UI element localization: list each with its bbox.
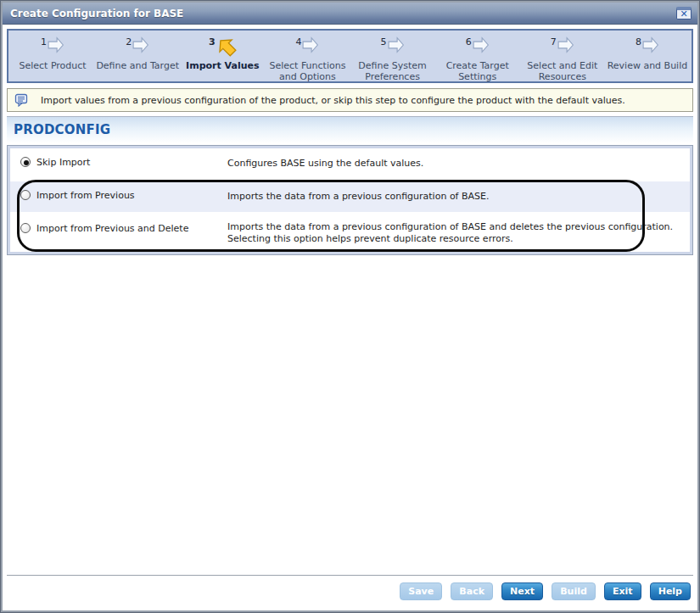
- arrow-right-icon: [642, 36, 659, 53]
- step-label: Define and Target: [95, 60, 180, 71]
- step-icon: 3: [180, 36, 265, 59]
- option-label-cell: Import from Previous and Delete: [20, 221, 227, 245]
- option-rows: Skip Import Configures BASE using the de…: [10, 148, 690, 252]
- option-description: Imports the data from a previous configu…: [227, 221, 683, 245]
- step-4-select-functions-and-options[interactable]: 4 Select Functions and Options: [265, 36, 350, 74]
- step-6-create-target-settings[interactable]: 6 Create Target Settings: [435, 36, 520, 74]
- option-description-text: Configures BASE using the default values…: [227, 158, 423, 170]
- step-label: Select Product: [10, 60, 95, 71]
- option-row-import-from-previous: Import from Previous Imports the data fr…: [10, 181, 690, 212]
- exit-button[interactable]: Exit: [604, 582, 641, 600]
- step-label: Select and Edit Resources: [520, 60, 605, 82]
- title-bar: Create Configuration for BASE ✕: [3, 3, 697, 25]
- step-icon: 6: [435, 36, 520, 59]
- window-title: Create Configuration for BASE: [10, 8, 183, 20]
- step-label: Define System Preferences: [350, 60, 435, 82]
- arrow-right-icon: [132, 36, 149, 53]
- next-button[interactable]: Next: [501, 582, 543, 600]
- radio-import-from-previous[interactable]: [20, 190, 31, 200]
- info-message-text: Import values from a previous configurat…: [41, 95, 625, 106]
- option-label-cell: Import from Previous: [20, 188, 227, 205]
- arrow-right-icon: [48, 36, 64, 53]
- step-3-import-values-current[interactable]: 3 Import Values: [180, 36, 265, 74]
- content-area: 1 Select Product 2 Define and Target 3 I…: [3, 25, 697, 610]
- option-label-cell: Skip Import: [20, 155, 227, 172]
- arrow-right-icon: [473, 36, 490, 53]
- arrow-right-icon: [557, 36, 574, 53]
- option-label[interactable]: Skip Import: [36, 157, 90, 168]
- step-number: 4: [295, 36, 301, 47]
- build-button[interactable]: Build: [552, 582, 596, 600]
- step-7-select-and-edit-resources[interactable]: 7 Select and Edit Resources: [520, 36, 605, 74]
- option-description: Imports the data from a previous configu…: [227, 188, 683, 205]
- section-title: PRODCONFIG: [14, 122, 110, 137]
- step-8-review-and-build[interactable]: 8 Review and Build: [605, 36, 690, 74]
- step-number: 2: [126, 36, 132, 47]
- message-bubble-icon: [14, 93, 29, 107]
- step-icon: 4: [265, 36, 350, 59]
- section-header: PRODCONFIG: [7, 116, 693, 143]
- close-icon[interactable]: ✕: [676, 7, 692, 20]
- back-button[interactable]: Back: [451, 582, 493, 600]
- option-label[interactable]: Import from Previous and Delete: [36, 223, 188, 234]
- step-label: Create Target Settings: [435, 60, 520, 82]
- step-icon: 8: [605, 36, 690, 59]
- step-label: Review and Build: [605, 60, 690, 71]
- import-options-panel: Skip Import Configures BASE using the de…: [7, 145, 693, 255]
- option-description-text: Imports the data from a previous configu…: [227, 221, 683, 245]
- save-button[interactable]: Save: [400, 582, 442, 600]
- step-1-select-product[interactable]: 1 Select Product: [10, 36, 95, 74]
- dialog-window: Create Configuration for BASE ✕ 1 Select…: [0, 0, 700, 613]
- step-number: 7: [551, 36, 557, 47]
- help-button[interactable]: Help: [650, 582, 691, 600]
- step-label: Import Values: [180, 60, 265, 71]
- arrow-right-icon: [302, 36, 319, 53]
- option-description: Configures BASE using the default values…: [227, 155, 683, 172]
- option-row-import-from-previous-and-delete: Import from Previous and Delete Imports …: [10, 215, 690, 252]
- radio-skip-import[interactable]: [20, 157, 31, 167]
- step-icon: 1: [10, 36, 95, 59]
- option-row-skip-import: Skip Import Configures BASE using the de…: [10, 148, 690, 179]
- step-number: 1: [41, 36, 47, 47]
- radio-import-from-previous-and-delete[interactable]: [20, 223, 31, 233]
- step-2-define-and-target[interactable]: 2 Define and Target: [95, 36, 180, 74]
- step-number: 5: [381, 36, 387, 47]
- arrow-right-icon: [388, 36, 405, 53]
- step-label: Select Functions and Options: [265, 60, 350, 82]
- option-label[interactable]: Import from Previous: [36, 190, 135, 201]
- step-icon: 5: [350, 36, 435, 59]
- current-step-arrow-icon: [216, 36, 237, 57]
- step-number: 8: [636, 36, 641, 47]
- dialog-body: Create Configuration for BASE ✕ 1 Select…: [1, 1, 699, 612]
- info-message-bar: Import values from a previous configurat…: [7, 88, 693, 112]
- step-icon: 7: [520, 36, 605, 59]
- option-description-text: Imports the data from a previous configu…: [227, 191, 489, 203]
- step-number: 3: [209, 36, 216, 47]
- footer-button-bar: Save Back Next Build Exit Help: [7, 575, 693, 607]
- step-number: 6: [466, 36, 472, 47]
- wizard-steps-bar: 1 Select Product 2 Define and Target 3 I…: [7, 29, 693, 83]
- step-5-define-system-preferences[interactable]: 5 Define System Preferences: [350, 36, 435, 74]
- step-icon: 2: [95, 36, 180, 59]
